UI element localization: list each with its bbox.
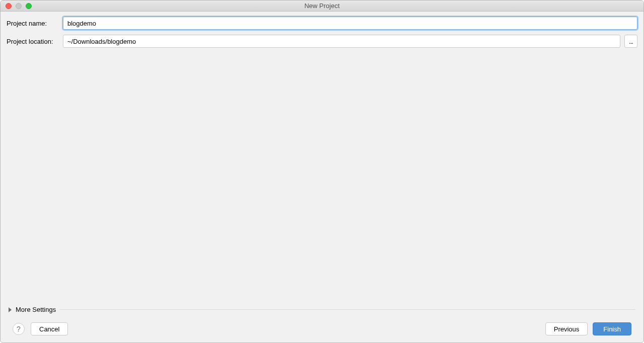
divider xyxy=(60,309,635,310)
minimize-icon xyxy=(16,3,22,9)
chevron-right-icon xyxy=(9,307,12,312)
project-location-input[interactable] xyxy=(63,35,620,48)
zoom-icon[interactable] xyxy=(26,3,32,9)
window-controls xyxy=(1,3,32,9)
window-title: New Project xyxy=(1,2,643,10)
close-icon[interactable] xyxy=(6,3,12,9)
project-name-input[interactable] xyxy=(63,17,637,30)
more-settings-label: More Settings xyxy=(16,306,56,313)
project-name-row: Project name: xyxy=(7,17,637,30)
browse-button[interactable]: ... xyxy=(624,35,637,48)
finish-button[interactable]: Finish xyxy=(593,322,631,335)
help-icon: ? xyxy=(17,325,21,333)
dialog-content: Project name: Project location: ... More… xyxy=(1,12,643,342)
project-name-label: Project name: xyxy=(7,20,63,27)
new-project-dialog: New Project Project name: Project locati… xyxy=(0,0,644,343)
titlebar: New Project xyxy=(1,1,643,12)
content-spacer xyxy=(7,53,637,303)
footer-right: Previous Finish xyxy=(545,322,631,335)
dialog-footer: ? Cancel Previous Finish xyxy=(7,316,637,342)
project-location-row: Project location: ... xyxy=(7,35,637,48)
more-settings-expander[interactable]: More Settings xyxy=(7,303,637,316)
help-button[interactable]: ? xyxy=(13,323,25,335)
project-location-label: Project location: xyxy=(7,38,63,45)
previous-button[interactable]: Previous xyxy=(545,322,588,335)
footer-left: ? Cancel xyxy=(13,322,68,335)
cancel-button[interactable]: Cancel xyxy=(31,322,68,335)
